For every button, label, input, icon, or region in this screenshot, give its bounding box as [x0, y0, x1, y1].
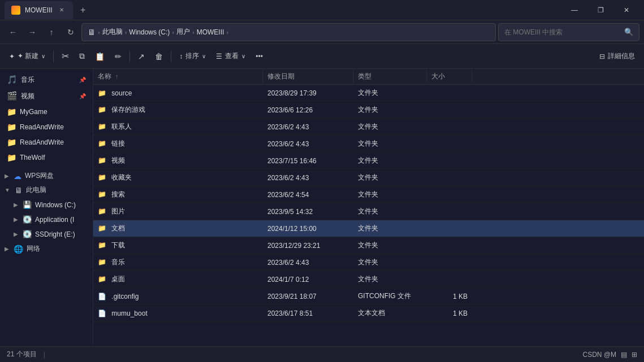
mygame-folder-icon: 📁 — [7, 107, 16, 116]
search-icon[interactable]: 🔍 — [624, 28, 633, 36]
pin-icon: 📌 — [79, 77, 86, 83]
col-header-date[interactable]: 修改日期 — [263, 69, 353, 84]
view-icon: ☰ — [216, 53, 222, 60]
file-rows-container: 📁 source 2023/8/29 17:39 文件夹 📁 保存的游戏 202… — [93, 85, 644, 322]
sidebar-item-e-drive[interactable]: ▶ 💽 SSDright (E:) — [2, 227, 90, 241]
col-size-label: 大小 — [431, 72, 445, 80]
more-options-button[interactable]: ••• — [251, 47, 267, 66]
copy-button[interactable]: ⧉ — [75, 47, 89, 66]
view-button[interactable]: ☰ 查看 ∨ — [211, 47, 250, 66]
file-size-cell: 1 KB — [427, 290, 472, 303]
delete-button[interactable]: 🗑 — [150, 47, 167, 66]
table-row[interactable]: 📄 mumu_boot 2023/6/17 8:51 文本文档 1 KB — [93, 305, 644, 322]
table-row[interactable]: 📁 下载 2023/12/29 23:21 文件夹 — [93, 237, 644, 254]
table-row[interactable]: 📁 音乐 2023/6/2 4:43 文件夹 — [93, 254, 644, 271]
toolbar: ✦ ✦ 新建 ∨ ✂ ⧉ 📋 ✏ ↗ 🗑 ↕ 排序 ∨ ☰ 查看 ∨ ••• ⊟… — [0, 44, 644, 69]
file-icon: 📁 — [98, 241, 106, 249]
file-name: .gitconfig — [111, 293, 139, 300]
breadcrumb-pc[interactable]: 此电脑 — [102, 27, 123, 37]
sort-button[interactable]: ↕ 排序 ∨ — [175, 47, 210, 66]
close-button[interactable]: ✕ — [613, 0, 639, 20]
minimize-button[interactable]: — — [561, 0, 587, 20]
file-type-cell: 文件夹 — [353, 221, 427, 235]
sidebar-section-network[interactable]: ▶ 🌐 网络 — [0, 242, 93, 256]
sidebar-item-thewolf[interactable]: 📁 TheWolf — [2, 150, 90, 165]
file-name: 下载 — [111, 241, 125, 249]
file-type-cell: 文件夹 — [353, 255, 427, 269]
table-row[interactable]: 📁 搜索 2023/6/2 4:54 文件夹 — [93, 186, 644, 203]
maximize-button[interactable]: ❐ — [587, 0, 613, 20]
table-row[interactable]: 📁 联系人 2023/6/2 4:43 文件夹 — [93, 119, 644, 136]
tab-app-icon — [11, 6, 20, 15]
sidebar-item-readandwrite2-label: ReadAndWrite — [20, 138, 64, 146]
details-button[interactable]: ⊟ 詳細信息 — [595, 47, 639, 66]
file-size-cell — [427, 159, 472, 163]
col-header-type[interactable]: 类型 — [353, 69, 427, 84]
refresh-button[interactable]: ↻ — [62, 24, 79, 41]
sidebar-item-readandwrite1[interactable]: 📁 ReadAndWrite — [2, 120, 90, 134]
sidebar-item-video[interactable]: 🎬 视频 📌 — [2, 88, 90, 104]
table-row[interactable]: 📁 图片 2023/9/5 14:32 文件夹 — [93, 203, 644, 220]
sidebar-item-readandwrite2[interactable]: 📁 ReadAndWrite — [2, 135, 90, 150]
forward-button[interactable]: → — [24, 24, 41, 41]
paste-button[interactable]: 📋 — [90, 47, 109, 66]
new-tab-button[interactable]: + — [75, 2, 91, 18]
back-button[interactable]: ← — [5, 24, 21, 41]
cut-button[interactable]: ✂ — [57, 47, 74, 66]
active-tab[interactable]: MOWEIII ✕ — [5, 1, 73, 19]
wps-expand-icon: ▶ — [5, 173, 9, 179]
breadcrumb-sep-4: › — [226, 29, 228, 36]
file-date-cell: 2023/6/2 4:43 — [263, 172, 353, 184]
table-row[interactable]: 📁 source 2023/8/29 17:39 文件夹 — [93, 85, 644, 102]
search-bar[interactable]: 🔍 — [498, 23, 639, 41]
file-name-cell: 📁 视频 — [93, 154, 263, 168]
file-date-cell: 2024/1/7 0:12 — [263, 273, 353, 286]
address-bar[interactable]: 🖥 › 此电脑 › Windows (C:) › 用户 › MOWEIII › — [81, 23, 496, 41]
file-size-cell — [427, 260, 472, 265]
table-row[interactable]: 📁 保存的游戏 2023/6/6 12:26 文件夹 — [93, 102, 644, 119]
sidebar-section-thispc[interactable]: ▼ 🖥 此电脑 — [0, 183, 93, 197]
table-row[interactable]: 📁 文档 2024/1/12 15:00 文件夹 — [93, 220, 644, 237]
col-sort-icon: ↑ — [115, 73, 118, 80]
file-name-cell: 📁 图片 — [93, 204, 263, 219]
more-icon: ••• — [256, 53, 263, 60]
sidebar-section-wps[interactable]: ▶ ☁ WPS网盘 — [0, 169, 93, 183]
table-row[interactable]: 📁 桌面 2024/1/7 0:12 文件夹 — [93, 271, 644, 288]
status-bar: 21 个项目 | CSDN @M ▤ ⊞ — [0, 346, 644, 362]
table-row[interactable]: 📁 视频 2023/7/15 16:46 文件夹 — [93, 152, 644, 169]
view-list-icon[interactable]: ▤ — [621, 351, 627, 359]
tab-close-button[interactable]: ✕ — [57, 6, 66, 15]
file-icon: 📁 — [98, 123, 106, 130]
thispc-expand-icon: ▼ — [5, 187, 10, 193]
rename-button[interactable]: ✏ — [110, 47, 126, 66]
sidebar-item-application-drive[interactable]: ▶ 💽 Application (I — [2, 212, 90, 226]
view-tile-icon[interactable]: ⊞ — [632, 351, 637, 359]
breadcrumb-c[interactable]: Windows (C:) — [129, 28, 170, 36]
file-name-cell: 📁 下载 — [93, 238, 263, 252]
sidebar-item-music[interactable]: 🎵 音乐 📌 — [2, 72, 90, 88]
tab-title: MOWEIII — [25, 6, 53, 14]
table-row[interactable]: 📁 链接 2023/6/2 4:43 文件夹 — [93, 136, 644, 152]
sidebar-item-c-drive-label: Windows (C:) — [35, 201, 76, 209]
breadcrumb-user[interactable]: 用户 — [176, 27, 190, 37]
share-button[interactable]: ↗ — [133, 47, 149, 66]
e-drive-expand-icon: ▶ — [14, 231, 18, 237]
sidebar-item-c-drive[interactable]: ▶ 💾 Windows (C:) — [2, 198, 90, 212]
file-name: 图片 — [111, 207, 125, 215]
new-arrow-icon: ∨ — [41, 53, 45, 59]
new-button[interactable]: ✦ ✦ 新建 ∨ — [5, 47, 50, 66]
sidebar-item-mygame[interactable]: 📁 MyGame — [2, 104, 90, 119]
file-date-cell: 2023/7/15 16:46 — [263, 155, 353, 167]
file-icon: 📁 — [98, 173, 106, 181]
breadcrumb-moweiii[interactable]: MOWEIII — [197, 28, 224, 36]
sidebar-item-video-label: 视频 — [21, 91, 34, 101]
up-button[interactable]: ↑ — [43, 24, 60, 41]
file-icon: 📁 — [98, 258, 106, 266]
col-header-size[interactable]: 大小 — [427, 69, 472, 84]
pin-icon-2: 📌 — [79, 93, 86, 99]
col-type-label: 类型 — [358, 72, 371, 80]
col-header-name[interactable]: 名称 ↑ — [93, 69, 263, 84]
table-row[interactable]: 📁 收藏夹 2023/6/2 4:43 文件夹 — [93, 169, 644, 186]
search-input[interactable] — [504, 28, 621, 36]
table-row[interactable]: 📄 .gitconfig 2023/9/21 18:07 GITCONFIG 文… — [93, 288, 644, 305]
